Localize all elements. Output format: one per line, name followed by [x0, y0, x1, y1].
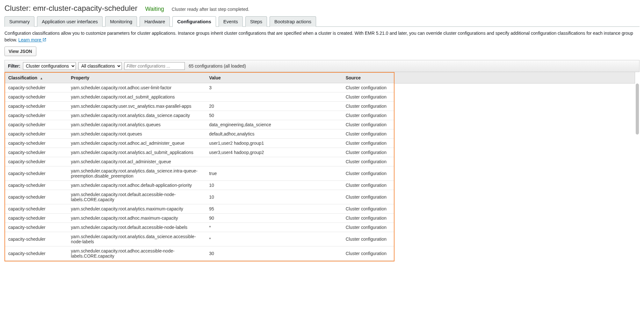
cell-classification: capacity-scheduler [5, 139, 68, 148]
scrollbar-thumb[interactable] [636, 84, 639, 135]
cell-value: 95 [206, 204, 343, 214]
filter-bar: Filter: Cluster configurations All class… [4, 60, 640, 72]
cell-classification: capacity-scheduler [5, 92, 68, 102]
cell-classification: capacity-scheduler [5, 111, 68, 120]
table-row[interactable]: capacity-scheduleryarn.scheduler.capacit… [5, 102, 394, 111]
table-row[interactable]: capacity-scheduleryarn.scheduler.capacit… [5, 83, 394, 92]
cell-property: yarn.scheduler.capacity.root.analytics.d… [68, 232, 206, 246]
table-row[interactable]: capacity-scheduleryarn.scheduler.capacit… [5, 223, 394, 232]
tab-bar: SummaryApplication user interfacesMonito… [4, 16, 640, 27]
cell-property: yarn.scheduler.capacity.root.adhoc.user-… [68, 83, 206, 92]
col-header-source[interactable]: Source [343, 73, 394, 83]
cell-property: yarn.scheduler.capacity.root.adhoc.acces… [68, 246, 206, 261]
table-row[interactable]: capacity-scheduleryarn.scheduler.capacit… [5, 181, 394, 190]
cell-source: Cluster configuration [343, 214, 394, 223]
cell-classification: capacity-scheduler [5, 157, 68, 166]
cell-property: yarn.scheduler.capacity.root.adhoc.defau… [68, 181, 206, 190]
cell-classification: capacity-scheduler [5, 223, 68, 232]
cell-value: data_engineering,data_science [206, 120, 343, 129]
tab-events[interactable]: Events [219, 16, 243, 27]
filter-classification-select[interactable]: All classifications [78, 62, 122, 70]
tab-summary[interactable]: Summary [4, 16, 34, 27]
sort-asc-icon: ▲ [40, 77, 43, 80]
cell-source: Cluster configuration [343, 246, 394, 261]
tab-steps[interactable]: Steps [245, 16, 267, 27]
cell-value: 30 [206, 246, 343, 261]
cell-value: 20 [206, 102, 343, 111]
cell-property: yarn.scheduler.capacity.root.default.acc… [68, 190, 206, 204]
cluster-title: Cluster: emr-cluster-capacity-scheduler [4, 4, 137, 13]
cell-property: yarn.scheduler.capacity.root.adhoc.maxim… [68, 214, 206, 223]
table-row[interactable]: capacity-scheduleryarn.scheduler.capacit… [5, 148, 394, 157]
learn-more-link[interactable]: Learn more [18, 37, 47, 42]
cell-source: Cluster configuration [343, 92, 394, 102]
cell-classification: capacity-scheduler [5, 246, 68, 261]
table-row[interactable]: capacity-scheduleryarn.scheduler.capacit… [5, 157, 394, 166]
col-header-property[interactable]: Property [68, 73, 206, 83]
table-row[interactable]: capacity-scheduleryarn.scheduler.capacit… [5, 246, 394, 261]
cell-classification: capacity-scheduler [5, 148, 68, 157]
cell-classification: capacity-scheduler [5, 83, 68, 92]
tab-bootstrap-actions[interactable]: Bootstrap actions [270, 16, 316, 27]
cell-value: * [206, 223, 343, 232]
cell-classification: capacity-scheduler [5, 181, 68, 190]
cell-classification: capacity-scheduler [5, 166, 68, 181]
table-row[interactable]: capacity-scheduleryarn.scheduler.capacit… [5, 166, 394, 181]
cell-source: Cluster configuration [343, 111, 394, 120]
table-row[interactable]: capacity-scheduleryarn.scheduler.capacit… [5, 111, 394, 120]
cell-property: yarn.scheduler.capacity.root.analytics.m… [68, 204, 206, 214]
cell-value: * [206, 232, 343, 246]
cell-source: Cluster configuration [343, 102, 394, 111]
filter-text-input[interactable] [124, 62, 185, 70]
cluster-status: Waiting [145, 6, 164, 12]
table-row[interactable]: capacity-scheduleryarn.scheduler.capacit… [5, 232, 394, 246]
cluster-status-detail: Cluster ready after last step completed. [172, 7, 250, 12]
config-description: Configuration classifications allow you … [4, 30, 640, 43]
cell-property: yarn.scheduler.capacity.root.adhoc.acl_a… [68, 139, 206, 148]
cell-value: true [206, 166, 343, 181]
cell-source: Cluster configuration [343, 139, 394, 148]
cell-property: yarn.scheduler.capacity.root.analytics.a… [68, 148, 206, 157]
cell-value [206, 157, 343, 166]
cluster-header: Cluster: emr-cluster-capacity-scheduler … [4, 4, 640, 13]
cell-property: yarn.scheduler.capacity.root.analytics.d… [68, 111, 206, 120]
cell-classification: capacity-scheduler [5, 129, 68, 139]
cell-value: 50 [206, 111, 343, 120]
vertical-scrollbar[interactable] [635, 72, 640, 261]
tab-monitoring[interactable]: Monitoring [105, 16, 137, 27]
cell-source: Cluster configuration [343, 83, 394, 92]
filter-count: 65 configurations (all loaded) [189, 63, 246, 69]
cell-value: 3 [206, 83, 343, 92]
table-row[interactable]: capacity-scheduleryarn.scheduler.capacit… [5, 92, 394, 102]
cell-value: default,adhoc,analytics [206, 129, 343, 139]
cell-value: user3,user4 hadoop,group2 [206, 148, 343, 157]
cell-source: Cluster configuration [343, 148, 394, 157]
tab-hardware[interactable]: Hardware [140, 16, 170, 27]
cell-value: user1,user2 hadoop,group1 [206, 139, 343, 148]
cell-property: yarn.scheduler.capacity.root.acl_submit_… [68, 92, 206, 102]
col-header-classification[interactable]: Classification ▲ [5, 73, 68, 83]
cell-source: Cluster configuration [343, 223, 394, 232]
cell-source: Cluster configuration [343, 157, 394, 166]
filter-label: Filter: [8, 63, 20, 69]
col-header-value[interactable]: Value [206, 73, 343, 83]
cell-classification: capacity-scheduler [5, 120, 68, 129]
table-row[interactable]: capacity-scheduleryarn.scheduler.capacit… [5, 120, 394, 129]
cell-value [206, 92, 343, 102]
cell-value: 10 [206, 190, 343, 204]
tab-configurations[interactable]: Configurations [172, 16, 216, 27]
cell-source: Cluster configuration [343, 181, 394, 190]
table-row[interactable]: capacity-scheduleryarn.scheduler.capacit… [5, 139, 394, 148]
cell-classification: capacity-scheduler [5, 190, 68, 204]
cell-classification: capacity-scheduler [5, 214, 68, 223]
table-row[interactable]: capacity-scheduleryarn.scheduler.capacit… [5, 129, 394, 139]
filter-scope-select[interactable]: Cluster configurations [23, 62, 76, 70]
table-row[interactable]: capacity-scheduleryarn.scheduler.capacit… [5, 204, 394, 214]
tab-application-user-interfaces[interactable]: Application user interfaces [37, 16, 103, 27]
cell-property: yarn.scheduler.capacity.root.queues [68, 129, 206, 139]
cell-property: yarn.scheduler.capacity.root.analytics.q… [68, 120, 206, 129]
cell-source: Cluster configuration [343, 166, 394, 181]
view-json-button[interactable]: View JSON [4, 47, 36, 56]
table-row[interactable]: capacity-scheduleryarn.scheduler.capacit… [5, 214, 394, 223]
table-row[interactable]: capacity-scheduleryarn.scheduler.capacit… [5, 190, 394, 204]
